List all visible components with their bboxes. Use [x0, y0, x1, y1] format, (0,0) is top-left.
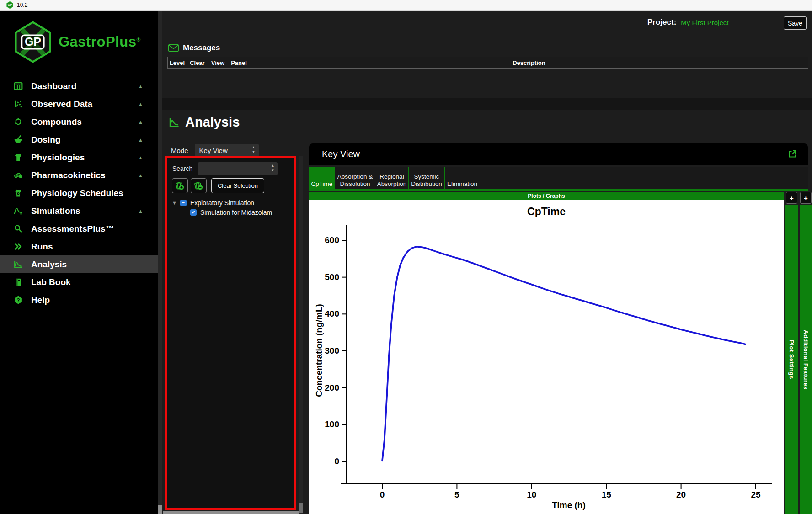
tree-root-label[interactable]: Exploratory Simulation — [190, 199, 254, 207]
sidebar-item-lab-book[interactable]: Lab Book — [0, 273, 158, 291]
expand-all-button[interactable] — [172, 178, 188, 193]
tree-expander-icon[interactable]: ▼ — [172, 200, 180, 206]
gp-logo-icon: GP — [14, 21, 52, 63]
sidebar-item-label: Observed Data — [31, 99, 92, 109]
svg-text:GP: GP — [25, 35, 41, 48]
tab-cptime[interactable]: CpTime — [309, 167, 335, 189]
tab-elimination[interactable]: Elimination — [445, 167, 480, 189]
sidebar-scrollbar[interactable] — [158, 11, 162, 514]
keyview-tabbar: CpTimeAbsorption & DissolutionRegional A… — [309, 167, 808, 191]
sidebar-item-label: Physiologies — [31, 153, 85, 163]
collapse-arrow-icon[interactable]: ▲ — [138, 173, 143, 178]
additional-features-bar[interactable]: Additional Features — [800, 205, 812, 514]
collapse-arrow-icon[interactable]: ▲ — [138, 137, 143, 143]
os-titlebar: GP 10.2 — [0, 0, 812, 11]
collapse-all-button[interactable] — [191, 178, 207, 193]
messages-title: Messages — [183, 43, 220, 53]
sidebar-item-label: Dashboard — [31, 81, 76, 91]
svg-text:0: 0 — [334, 456, 339, 466]
collapse-arrow-icon[interactable]: ▲ — [138, 208, 143, 214]
open-external-icon[interactable] — [788, 149, 797, 159]
sidebar-item-label: Pharmacokinetics — [31, 170, 106, 180]
runs-icon — [13, 242, 24, 252]
project-indicator: Project: My First Project — [647, 18, 728, 27]
expand-plot-settings-button[interactable]: + — [786, 192, 797, 204]
additional-features-panel[interactable]: + Additional Features — [800, 192, 812, 514]
sidebar-item-label: Lab Book — [31, 277, 71, 287]
plots-graphs-bar: Plots / Graphs — [309, 192, 784, 200]
sidebar-item-simulations[interactable]: Simulations▲ — [0, 202, 158, 220]
sidebar-item-help[interactable]: ?Help — [0, 291, 158, 309]
logo-wordmark: GastroPlus® — [59, 34, 141, 50]
app-version: 10.2 — [17, 2, 27, 8]
project-label: Project: — [647, 18, 676, 27]
svg-text:10: 10 — [527, 490, 536, 499]
tab-absorption-dissolution[interactable]: Absorption & Dissolution — [335, 167, 375, 189]
sidebar-item-physiologies[interactable]: Physiologies▲ — [0, 148, 158, 166]
messages-column-clear: Clear — [187, 57, 208, 68]
search-label: Search — [172, 165, 192, 172]
sidebar: GP GastroPlus® Dashboard▲Observed Data▲C… — [0, 11, 158, 514]
collapse-arrow-icon[interactable]: ▲ — [138, 101, 143, 107]
sidebar-item-assessmentsplus[interactable]: AssessmentsPlus™ — [0, 220, 158, 238]
plot-settings-panel[interactable]: + Plot Settings — [785, 192, 798, 514]
mode-select[interactable]: Key View ▲▼ — [195, 144, 259, 157]
messages-column-panel: Panel — [228, 57, 250, 68]
physiology-schedules-icon — [13, 188, 24, 198]
cptime-plot: CpTime01002003004005006000510152025Time … — [309, 200, 784, 514]
svg-text:CpTime: CpTime — [527, 206, 566, 217]
sidebar-item-label: Compounds — [31, 117, 82, 127]
tree-row-root[interactable]: ▼ – Exploratory Simulation — [172, 198, 291, 207]
collapse-all-icon — [194, 181, 204, 191]
assessmentsplus-icon — [13, 224, 24, 234]
sidebar-item-label: Runs — [31, 242, 53, 252]
gastroplus-logo: GP GastroPlus® — [0, 11, 158, 63]
tree-horizontal-scrollbar[interactable] — [163, 511, 300, 514]
project-name: My First Project — [681, 19, 728, 26]
tab-systemic-distribution[interactable]: Systemic Distribution — [409, 167, 445, 189]
sidebar-item-physiology-schedules[interactable]: Physiology Schedules — [0, 184, 158, 202]
plot-settings-bar[interactable]: Plot Settings — [785, 205, 798, 514]
scrollbar-thumb[interactable] — [158, 505, 162, 514]
search-input[interactable] — [201, 163, 265, 174]
save-button[interactable]: Save — [784, 16, 807, 30]
checkbox-checked[interactable]: ✔ — [190, 209, 197, 216]
sidebar-item-compounds[interactable]: Compounds▲ — [0, 113, 158, 131]
collapse-arrow-icon[interactable]: ▲ — [138, 119, 143, 125]
tree-row-child[interactable]: ✔ Simulation for Midazolam — [172, 208, 291, 217]
tab-regional-absorption[interactable]: Regional Absorption — [375, 167, 409, 189]
expand-additional-features-button[interactable]: + — [800, 192, 812, 204]
collapse-arrow-icon[interactable]: ▲ — [138, 84, 143, 89]
messages-column-description: Description — [250, 57, 808, 68]
tree-child-label[interactable]: Simulation for Midazolam — [200, 209, 272, 216]
checkbox-indeterminate[interactable]: – — [180, 200, 187, 206]
analysis-header: Analysis — [168, 115, 240, 130]
sidebar-item-analysis[interactable]: Analysis — [0, 255, 158, 273]
scrollbar-thumb[interactable] — [299, 503, 303, 513]
svg-text:300: 300 — [325, 346, 339, 355]
sidebar-item-observed-data[interactable]: Observed Data▲ — [0, 95, 158, 113]
expand-all-icon — [175, 181, 185, 191]
svg-text:500: 500 — [325, 272, 339, 282]
sidebar-item-runs[interactable]: Runs — [0, 238, 158, 255]
plot-settings-label: Plot Settings — [788, 340, 795, 379]
collapse-arrow-icon[interactable]: ▲ — [138, 155, 143, 160]
mode-row: Mode Key View ▲▼ — [171, 144, 259, 157]
sidebar-item-label: Dosing — [31, 135, 60, 145]
sidebar-item-dashboard[interactable]: Dashboard▲ — [0, 77, 158, 95]
sidebar-item-label: Physiology Schedules — [31, 188, 123, 198]
svg-text:Concentration (ng/mL): Concentration (ng/mL) — [314, 304, 324, 397]
dosing-icon — [13, 135, 24, 145]
simulation-tree: ▼ – Exploratory Simulation ✔ Simulation … — [172, 198, 291, 217]
panel-scrollbar[interactable] — [299, 156, 303, 514]
search-combo[interactable]: ▲▼ — [198, 162, 278, 175]
sidebar-item-dosing[interactable]: Dosing▲ — [0, 131, 158, 148]
clear-selection-button[interactable]: Clear Selection — [211, 178, 264, 193]
svg-text:200: 200 — [325, 383, 339, 392]
pharmacokinetics-icon — [13, 170, 24, 180]
simulations-icon — [13, 206, 24, 216]
physiologies-icon — [13, 153, 24, 163]
dashboard-icon — [13, 81, 24, 91]
sidebar-item-pharmacokinetics[interactable]: Pharmacokinetics▲ — [0, 166, 158, 184]
svg-text:400: 400 — [325, 309, 339, 318]
